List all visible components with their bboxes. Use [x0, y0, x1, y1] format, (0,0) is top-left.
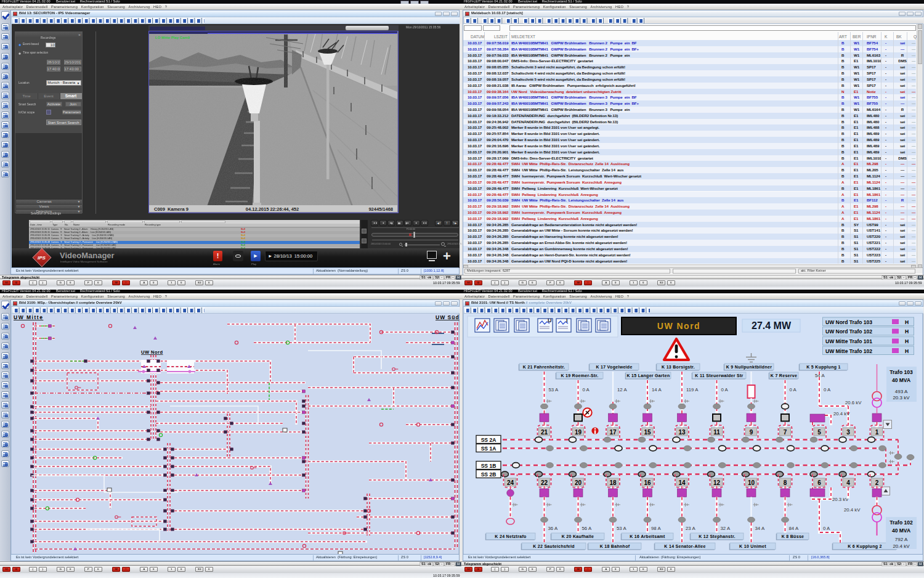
svg-text:K 18 Bahnhof: K 18 Bahnhof — [600, 544, 630, 548]
svg-text:20.4 kV: 20.4 kV — [844, 507, 861, 513]
svg-text:34 A: 34 A — [755, 526, 765, 531]
svg-text:14: 14 — [678, 479, 686, 486]
svg-text:SS 1B: SS 1B — [481, 463, 496, 469]
svg-text:0 A: 0 A — [823, 526, 830, 531]
svg-text:53 A: 53 A — [617, 526, 626, 531]
svg-text:0 A: 0 A — [583, 387, 590, 393]
svg-text:92445/1468: 92445/1468 — [368, 206, 393, 212]
svg-text:21: 21 — [541, 429, 548, 436]
svg-text:9: 9 — [750, 429, 753, 436]
svg-text:K 20 Kaufhalle: K 20 Kaufhalle — [562, 534, 594, 539]
svg-text:53 A: 53 A — [549, 387, 559, 393]
svg-text:Trafo 103: Trafo 103 — [890, 369, 913, 375]
svg-text:56 A: 56 A — [582, 526, 592, 531]
svg-text:K 9 Nullpunktbildner: K 9 Nullpunktbildner — [726, 365, 772, 370]
svg-text:40 MVA: 40 MVA — [892, 377, 910, 383]
svg-text:0 A: 0 A — [824, 387, 831, 393]
svg-text:UW Nord Trafo 103: UW Nord Trafo 103 — [825, 319, 872, 325]
svg-text:6: 6 — [817, 479, 821, 486]
svg-text:19: 19 — [575, 429, 582, 436]
svg-text:20: 20 — [575, 479, 582, 486]
svg-text:Trafo 102: Trafo 102 — [890, 519, 913, 526]
svg-text:36 A: 36 A — [548, 526, 558, 531]
svg-text:20.6 kV: 20.6 kV — [845, 400, 862, 405]
svg-text:40 MVA: 40 MVA — [892, 527, 910, 534]
svg-text:493 A: 493 A — [895, 389, 908, 394]
svg-text:15: 15 — [644, 429, 651, 436]
svg-text:54 A: 54 A — [815, 373, 825, 378]
svg-text:K 8 Büsse: K 8 Büsse — [782, 534, 804, 539]
svg-text:32 A: 32 A — [721, 526, 731, 531]
svg-text:H: H — [905, 328, 909, 335]
svg-text:0 A: 0 A — [790, 387, 797, 393]
svg-text:I: I — [566, 317, 568, 324]
svg-text:792 A: 792 A — [895, 537, 908, 542]
svg-text:K 14 Senator-Allee: K 14 Senator-Allee — [664, 544, 705, 548]
svg-text:UW Nord: UW Nord — [657, 321, 700, 331]
svg-text:K 12 Stephanstr.: K 12 Stephanstr. — [699, 534, 736, 539]
svg-text:UW Nord: UW Nord — [141, 349, 163, 355]
svg-text:K 22 Sauteichsfeld: K 22 Sauteichsfeld — [533, 544, 575, 548]
svg-text:0 A: 0 A — [721, 387, 729, 393]
svg-text:UW Mitte Trafo 102: UW Mitte Trafo 102 — [825, 348, 872, 354]
svg-text:UW Nord Trafo 102: UW Nord Trafo 102 — [825, 328, 872, 335]
svg-text:H: H — [905, 348, 909, 354]
svg-text:K 11 Steuerwalder Str: K 11 Steuerwalder Str — [695, 373, 743, 378]
svg-text:23 A: 23 A — [686, 526, 695, 531]
svg-text:1: 1 — [875, 429, 879, 436]
svg-text:U: U — [548, 317, 552, 324]
svg-text:20.4 kV: 20.4 kV — [893, 543, 910, 549]
svg-text:SS 2B: SS 2B — [481, 471, 496, 478]
svg-text:8: 8 — [784, 479, 787, 486]
svg-text:SS 2A: SS 2A — [481, 437, 496, 443]
svg-text:K 15 Langer Garten: K 15 Langer Garten — [627, 373, 670, 378]
svg-text:UW Mitte: UW Mitte — [14, 314, 43, 320]
svg-text:2: 2 — [875, 479, 879, 486]
svg-text:7: 7 — [784, 429, 787, 436]
svg-text:84 A: 84 A — [789, 526, 799, 531]
svg-text:K 13 Borsigstr.: K 13 Borsigstr. — [662, 365, 695, 370]
svg-text:5: 5 — [817, 429, 821, 436]
svg-text:K 17 Vogelweide: K 17 Vogelweide — [596, 365, 632, 370]
svg-text:4: 4 — [846, 479, 850, 486]
svg-text:12 A: 12 A — [617, 387, 627, 393]
svg-text:K 7 Reserve: K 7 Reserve — [771, 373, 797, 378]
svg-text:K 6 Kupplung 2: K 6 Kupplung 2 — [848, 544, 882, 549]
svg-text:3: 3 — [846, 429, 850, 436]
svg-text:20.4 kV: 20.4 kV — [833, 411, 850, 417]
svg-text:K 5 Kupplung 1: K 5 Kupplung 1 — [806, 365, 841, 370]
svg-text:10: 10 — [748, 479, 755, 486]
svg-text:98 A: 98 A — [651, 526, 661, 531]
svg-text:H: H — [905, 319, 909, 325]
svg-text:18: 18 — [609, 479, 617, 486]
svg-text:27.4 MW: 27.4 MW — [752, 320, 792, 331]
svg-text:SS 1A: SS 1A — [481, 446, 496, 452]
svg-text:K 10 Unimet: K 10 Unimet — [739, 544, 766, 548]
svg-text:H: H — [905, 338, 909, 344]
svg-text:K 16 Arbeitsamt: K 16 Arbeitsamt — [630, 534, 665, 539]
svg-text:LO Mitte Play Cam9: LO Mitte Play Cam9 — [155, 36, 190, 39]
svg-text:13: 13 — [678, 429, 686, 436]
svg-text:K 21 Fahrenheitstr.: K 21 Fahrenheitstr. — [523, 365, 565, 369]
svg-text:20.3 kV: 20.3 kV — [832, 497, 849, 502]
svg-text:119 A: 119 A — [686, 387, 699, 393]
svg-text:24: 24 — [507, 479, 514, 486]
svg-text:17: 17 — [609, 429, 617, 436]
svg-text:14 A: 14 A — [652, 387, 662, 393]
svg-text:K 19 Roemer-Str.: K 19 Roemer-Str. — [561, 373, 598, 378]
svg-text:11: 11 — [713, 429, 720, 436]
svg-text:C009 Kamera 9: C009 Kamera 9 — [154, 206, 188, 212]
svg-text:22: 22 — [541, 479, 548, 486]
svg-text:UW Süd: UW Süd — [436, 314, 460, 320]
svg-text:16: 16 — [644, 479, 651, 486]
svg-text:12: 12 — [713, 479, 721, 486]
svg-text:20.3 kV: 20.3 kV — [893, 395, 910, 401]
svg-text:UW Mitte Trafo 101: UW Mitte Trafo 101 — [825, 338, 872, 344]
svg-text:K 24 Netztrafo: K 24 Netztrafo — [495, 534, 526, 539]
svg-text:04.12.2015 22:26:44, 452: 04.12.2015 22:26:44, 452 — [246, 206, 299, 212]
